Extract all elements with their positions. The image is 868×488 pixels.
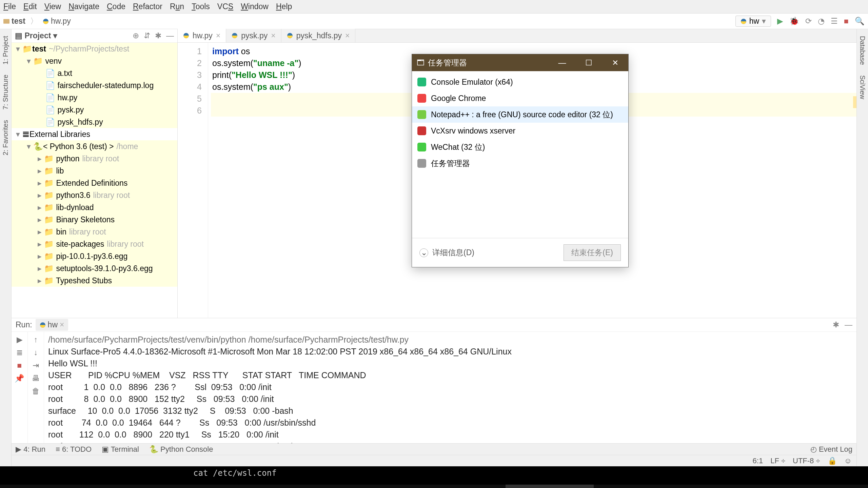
stop-icon[interactable]: ■ bbox=[15, 361, 24, 370]
tool-sciview[interactable]: SciView bbox=[859, 75, 866, 99]
start-button[interactable] bbox=[0, 485, 21, 488]
tool-structure[interactable]: 7: Structure bbox=[2, 75, 9, 109]
tool-database[interactable]: Database bbox=[859, 36, 866, 65]
run-button[interactable]: ▶ bbox=[777, 17, 783, 26]
tree-ext-lib[interactable]: ▾𝌆 External Libraries bbox=[12, 128, 177, 140]
tree-item[interactable]: 📄 pysk_hdfs.py bbox=[12, 116, 177, 128]
tm-minimize[interactable]: — bbox=[549, 54, 575, 71]
tool-favorites[interactable]: 2: Favorites bbox=[2, 120, 9, 155]
status-pos[interactable]: 6:1 bbox=[753, 456, 763, 465]
menu-tools[interactable]: Tools bbox=[192, 2, 210, 11]
tree-py-env[interactable]: ▾🐍 < Python 3.6 (test) >/home bbox=[12, 140, 177, 152]
search-button-tb[interactable]: 🔍 bbox=[21, 485, 42, 488]
tree-lib-item[interactable]: ▸📁 python3.6library root bbox=[12, 189, 177, 201]
taskbar-app[interactable]: Ubuntu on Win… bbox=[65, 485, 153, 488]
tree-root[interactable]: ▾📁 test~/PycharmProjects/test bbox=[12, 43, 177, 55]
tree-lib-item[interactable]: ▸📁 site-packageslibrary root bbox=[12, 238, 177, 250]
status-lock-icon[interactable]: 🔒 bbox=[828, 456, 837, 465]
trash-icon[interactable]: 🗑 bbox=[32, 387, 40, 395]
down-icon[interactable]: ↓ bbox=[32, 348, 40, 357]
taskbar-app[interactable]: test [~/Pychar… bbox=[417, 485, 506, 488]
console-output[interactable]: /home/surface/PycharmProjects/test/venv/… bbox=[44, 332, 856, 443]
stop-button[interactable]: ■ bbox=[844, 17, 849, 26]
coverage-button[interactable]: ⟳ bbox=[805, 17, 812, 26]
tree-lib-item[interactable]: ▸📁 binlibrary root bbox=[12, 226, 177, 238]
tree-lib-item[interactable]: ▸📁 Extended Definitions bbox=[12, 177, 177, 189]
project-title[interactable]: ▤ Project ▾ bbox=[15, 31, 57, 40]
taskbar-app[interactable]: 微信 bbox=[241, 485, 329, 488]
run-tab[interactable]: hw× bbox=[36, 319, 68, 331]
breadcrumb-file[interactable]: hw.py bbox=[43, 17, 71, 26]
menu-vcs[interactable]: VCS bbox=[217, 2, 233, 11]
run-settings-icon[interactable]: ✱ bbox=[833, 320, 839, 329]
foot-pyconsole[interactable]: 🐍 Python Console bbox=[149, 445, 213, 454]
tm-maximize[interactable]: ☐ bbox=[575, 54, 602, 71]
tm-close[interactable]: ✕ bbox=[602, 54, 628, 71]
tree-item[interactable]: 📄 hw.py bbox=[12, 92, 177, 104]
tree-lib-item[interactable]: ▸📁 pythonlibrary root bbox=[12, 152, 177, 165]
caret-marker bbox=[853, 96, 856, 108]
rerun-icon[interactable]: ▶ bbox=[15, 335, 24, 344]
breadcrumb-root[interactable]: test bbox=[3, 17, 25, 26]
profile-button[interactable]: ◔ bbox=[818, 17, 825, 26]
pin-icon[interactable]: 📌 bbox=[15, 374, 24, 383]
proj-collapse-icon[interactable]: ⇵ bbox=[144, 31, 150, 40]
menu-run[interactable]: Run bbox=[170, 2, 184, 11]
tm-process-item[interactable]: Notepad++ : a free (GNU) source code edi… bbox=[412, 106, 628, 123]
tree-lib-item[interactable]: ▸📁 lib-dynload bbox=[12, 201, 177, 214]
run-hide-icon[interactable]: — bbox=[845, 320, 852, 329]
proj-settings-icon[interactable]: ✱ bbox=[155, 31, 161, 40]
wrap-icon[interactable]: ⇥ bbox=[32, 361, 40, 370]
run-stack-icon[interactable]: ≣ bbox=[15, 348, 24, 357]
editor-tab[interactable]: pysk.py× bbox=[226, 29, 281, 42]
taskbar-app[interactable]: bash (Admin) bbox=[329, 485, 417, 488]
tree-lib-item[interactable]: ▸📁 setuptools-39.1.0-py3.6.egg bbox=[12, 262, 177, 274]
up-icon[interactable]: ↑ bbox=[32, 335, 40, 344]
tm-titlebar[interactable]: 🗔 任务管理器 — ☐ ✕ bbox=[412, 54, 628, 71]
tree-item[interactable]: ▾📁 venv bbox=[12, 55, 177, 67]
tm-process-item[interactable]: VcXsrv windows xserver bbox=[412, 123, 628, 139]
task-manager-window[interactable]: 🗔 任务管理器 — ☐ ✕ Console Emulator (x64)Goog… bbox=[412, 54, 629, 267]
run-config-selector[interactable]: hw ▾ bbox=[735, 16, 771, 27]
tm-process-item[interactable]: Google Chrome bbox=[412, 90, 628, 106]
editor-tab[interactable]: hw.py× bbox=[178, 29, 226, 42]
edge-icon[interactable] bbox=[42, 485, 65, 488]
search-button[interactable]: 🔍 bbox=[855, 17, 865, 26]
tree-lib-item[interactable]: ▸📁 lib bbox=[12, 165, 177, 177]
editor-tab[interactable]: pysk_hdfs.py× bbox=[281, 29, 356, 42]
menu-window[interactable]: Window bbox=[241, 2, 269, 11]
taskbar-app[interactable]: 任务管理器 bbox=[506, 485, 594, 488]
proj-target-icon[interactable]: ⊕ bbox=[133, 31, 139, 40]
tree-lib-item[interactable]: ▸📁 Binary Skeletons bbox=[12, 214, 177, 226]
attach-button[interactable]: ☰ bbox=[831, 17, 838, 26]
tree-lib-item[interactable]: ▸📁 pip-10.0.1-py3.6.egg bbox=[12, 250, 177, 262]
menu-navigate[interactable]: Navigate bbox=[68, 2, 99, 11]
status-lf[interactable]: LF ÷ bbox=[770, 456, 785, 465]
taskbar-app[interactable]: ████████ bbox=[153, 485, 241, 488]
tree-lib-item[interactable]: ▸📁 Typeshed Stubs bbox=[12, 274, 177, 287]
menu-help[interactable]: Help bbox=[276, 2, 292, 11]
foot-eventlog[interactable]: ◴ Event Log bbox=[810, 445, 852, 454]
menu-edit[interactable]: Edit bbox=[23, 2, 37, 11]
foot-todo[interactable]: ≡ 6: TODO bbox=[56, 445, 92, 454]
foot-run[interactable]: ▶ 4: Run bbox=[16, 445, 45, 454]
tm-end-task[interactable]: 结束任务(E) bbox=[564, 244, 621, 261]
tm-more-details[interactable]: ⌄ 详细信息(D) bbox=[419, 247, 474, 258]
menu-refactor[interactable]: Refactor bbox=[133, 2, 162, 11]
menu-view[interactable]: View bbox=[44, 2, 61, 11]
tm-process-item[interactable]: WeChat (32 位) bbox=[412, 139, 628, 155]
tree-item[interactable]: 📄 fairscheduler-statedump.log bbox=[12, 79, 177, 92]
tm-process-item[interactable]: 任务管理器 bbox=[412, 155, 628, 171]
foot-terminal[interactable]: ▣ Terminal bbox=[102, 445, 139, 454]
debug-button[interactable]: 🐞 bbox=[789, 17, 799, 26]
print-icon[interactable]: 🖶 bbox=[32, 374, 40, 383]
tree-item[interactable]: 📄 a.txt bbox=[12, 67, 177, 79]
proj-hide-icon[interactable]: — bbox=[166, 31, 174, 40]
menu-file[interactable]: File bbox=[3, 2, 16, 11]
tm-process-item[interactable]: Console Emulator (x64) bbox=[412, 74, 628, 90]
menu-code[interactable]: Code bbox=[107, 2, 125, 11]
tree-item[interactable]: 📄 pysk.py bbox=[12, 104, 177, 116]
tool-project[interactable]: 1: Project bbox=[2, 36, 9, 64]
status-inspect-icon[interactable]: ☺ bbox=[844, 456, 852, 465]
status-enc[interactable]: UTF-8 ÷ bbox=[793, 456, 820, 465]
